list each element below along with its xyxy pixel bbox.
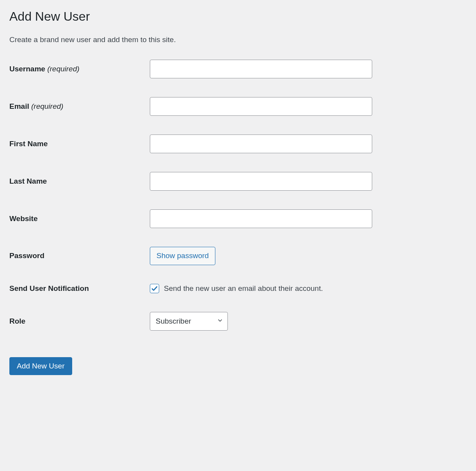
last-name-row: Last Name [9, 172, 467, 191]
username-input[interactable] [150, 60, 372, 78]
email-input[interactable] [150, 97, 372, 116]
check-icon [151, 285, 158, 292]
first-name-row: First Name [9, 135, 467, 153]
role-select[interactable]: Subscriber [150, 312, 228, 331]
email-required-note: (required) [31, 102, 63, 110]
notification-checkbox-label: Send the new user an email about their a… [164, 284, 323, 293]
last-name-input[interactable] [150, 172, 372, 191]
add-user-form: Username (required) Email (required) Fir… [9, 60, 467, 331]
role-row: Role Subscriber [9, 312, 467, 331]
email-row: Email (required) [9, 97, 467, 116]
page-title: Add New User [9, 9, 467, 24]
notification-checkbox[interactable] [150, 284, 159, 293]
password-label: Password [9, 251, 150, 260]
website-label: Website [9, 214, 150, 223]
website-input[interactable] [150, 209, 372, 228]
last-name-label: Last Name [9, 177, 150, 186]
username-row: Username (required) [9, 60, 467, 78]
password-row: Password Show password [9, 247, 467, 265]
website-row: Website [9, 209, 467, 228]
role-label: Role [9, 317, 150, 326]
username-label: Username (required) [9, 65, 150, 73]
show-password-button[interactable]: Show password [150, 247, 215, 265]
page-description: Create a brand new user and add them to … [9, 35, 467, 44]
first-name-input[interactable] [150, 135, 372, 153]
email-label: Email (required) [9, 102, 150, 111]
username-required-note: (required) [47, 65, 79, 73]
first-name-label: First Name [9, 140, 150, 148]
notification-row: Send User Notification Send the new user… [9, 284, 467, 293]
add-new-user-button[interactable]: Add New User [9, 357, 72, 375]
notification-label: Send User Notification [9, 284, 150, 293]
